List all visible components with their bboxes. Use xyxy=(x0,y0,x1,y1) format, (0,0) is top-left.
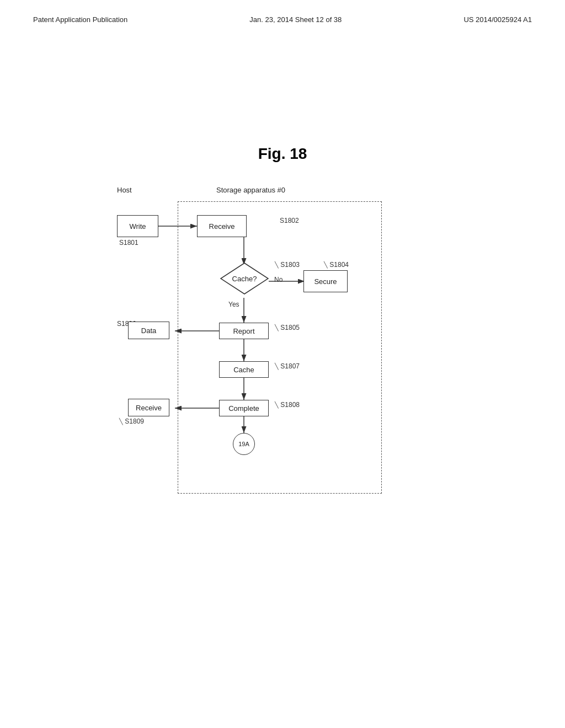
header-left: Patent Application Publication xyxy=(33,15,127,24)
receive-host-box: Receive xyxy=(128,399,169,416)
complete-box: Complete xyxy=(219,400,269,416)
s1802-label: S1802 xyxy=(280,217,299,224)
s1804-label: ╲ S1804 xyxy=(324,261,349,269)
page-header: Patent Application Publication Jan. 23, … xyxy=(0,0,565,24)
s1801-label: S1801 xyxy=(119,239,138,247)
header-center: Jan. 23, 2014 Sheet 12 of 38 xyxy=(249,15,342,24)
write-box: Write xyxy=(117,215,158,237)
figure-title: Fig. 18 xyxy=(0,145,565,163)
secure-box: Secure xyxy=(303,270,348,292)
no-label: No xyxy=(274,276,282,283)
s1803-label: ╲ S1803 xyxy=(275,261,300,269)
circle-19a: 19A xyxy=(233,433,255,455)
cache-diamond: Cache? xyxy=(220,262,269,295)
report-box: Report xyxy=(219,323,269,339)
s1805-label: ╲ S1805 xyxy=(275,324,300,331)
header-right: US 2014/0025924 A1 xyxy=(463,15,532,24)
cache-box: Cache xyxy=(219,361,269,378)
s1807-label: ╲ S1807 xyxy=(275,362,300,370)
storage-label: Storage apparatus #0 xyxy=(216,186,285,194)
yes-label: Yes xyxy=(228,301,239,308)
host-label: Host xyxy=(117,186,132,194)
receive-storage-box: Receive xyxy=(197,215,247,237)
data-box: Data xyxy=(128,322,169,339)
s1808-label: ╲ S1808 xyxy=(275,401,300,409)
diagram-area: Host Storage apparatus #0 Write S1801 xyxy=(111,179,454,499)
s1809-label: ╲ S1809 xyxy=(119,417,144,425)
storage-apparatus-box xyxy=(178,201,382,494)
